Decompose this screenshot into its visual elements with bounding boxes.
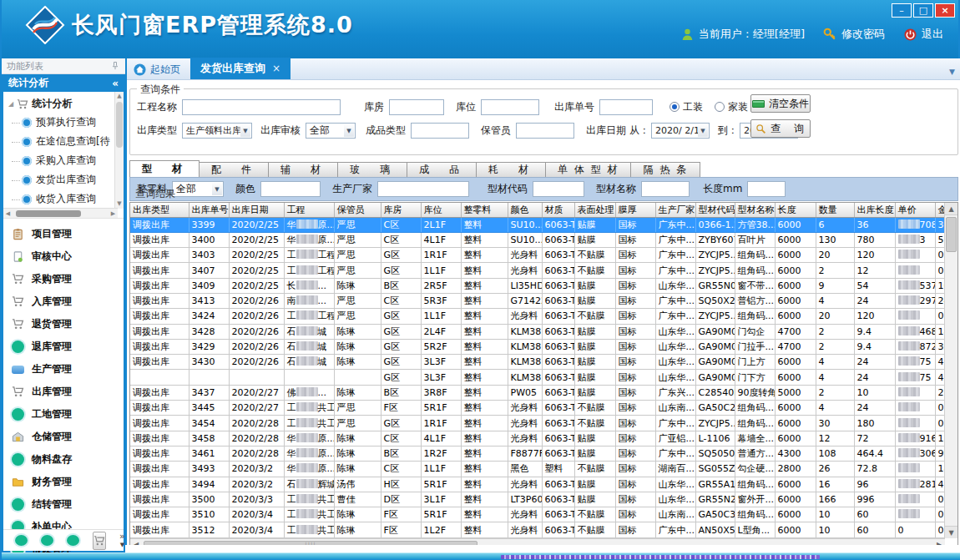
material-tab-1[interactable]: 型 材 — [129, 160, 200, 178]
color-input[interactable] — [260, 181, 321, 197]
maximize-button[interactable]: □ — [913, 3, 933, 18]
tree-root-node[interactable]: ◢ 统计分析 — [3, 92, 124, 113]
radio-gongzhuang[interactable]: 工装 — [669, 100, 703, 114]
warehouse-input[interactable] — [389, 99, 444, 115]
column-header[interactable]: 膜厚 — [615, 203, 655, 217]
tree-vertical-scrollbar[interactable]: ▲ ▼ — [114, 92, 124, 209]
project-name-input[interactable] — [182, 99, 341, 115]
sidebar-item-审核中心[interactable]: 审核中心 — [3, 245, 124, 268]
sidebar-item-退库管理[interactable]: 退库管理 — [3, 335, 124, 358]
length-input[interactable] — [747, 181, 786, 197]
column-header[interactable]: 出库日期 — [229, 203, 284, 217]
sidebar-item-生产管理[interactable]: 生产管理 — [3, 358, 124, 381]
keeper-input[interactable] — [516, 123, 574, 139]
tab-overflow-icon[interactable]: ▼ — [949, 68, 960, 79]
table-row[interactable]: 调拨出库34242020/2/26工工程严思G区1L1F整料光身料6063-T5… — [130, 309, 948, 324]
column-header[interactable]: 整零料 — [461, 203, 508, 217]
module-dot-icon[interactable] — [15, 535, 28, 546]
out-type-select[interactable]: 生产领料出库▼ — [182, 123, 252, 139]
module-dot-icon[interactable] — [67, 535, 79, 546]
collapse-icon[interactable]: « — [112, 78, 119, 89]
column-header[interactable]: 表面处理 — [574, 203, 615, 217]
table-row[interactable]: 调拨出库34542020/2/28工共工程严思G区1R1F整料光身料6063-T… — [130, 416, 948, 431]
column-header[interactable]: 型材名称 — [735, 203, 775, 217]
tree-expander-icon[interactable]: ◢ — [8, 100, 13, 108]
table-row[interactable]: 调拨出库34032020/2/25工工程严思G区1R1F整料光身料6063-T5… — [130, 248, 948, 263]
order-no-input[interactable] — [599, 99, 653, 115]
table-vertical-scrollbar[interactable]: ▲ ▼ — [944, 203, 957, 538]
material-tab-7[interactable]: 单 体 型 材 — [546, 162, 631, 178]
module-dot-icon[interactable] — [41, 535, 53, 546]
sidebar-item-工地管理[interactable]: 工地管理 — [3, 403, 124, 426]
audit-select[interactable]: 全部▼ — [306, 123, 356, 139]
close-button[interactable]: × — [935, 3, 955, 18]
table-row[interactable]: 调拨出库34072020/2/25工工程严思G区1L1F整料光身料6063-T5… — [130, 263, 948, 278]
column-header[interactable]: 工程 — [284, 203, 334, 217]
table-row[interactable]: G区3L3F整料KLM38176063-T5贴膜国标山东华...GA90M09.… — [130, 370, 948, 385]
table-vscroll-thumb[interactable] — [946, 217, 957, 252]
table-row[interactable]: 调拨出库35102020/3/4工共工程陈琳F区5R1F整料光身料6063-T5… — [130, 507, 948, 522]
table-row[interactable]: 调拨出库34372020/2/27佛...陈琳B区3R8F整料PW056063-… — [130, 385, 948, 400]
tree-item[interactable]: 采购入库查询 — [3, 151, 124, 170]
column-header[interactable]: 出库单号 — [189, 203, 229, 217]
table-row[interactable]: 调拨出库34582020/2/28华原...陈琳C区4L1F整料光身料6063-… — [130, 431, 948, 446]
tree-item[interactable]: 收货入库查询 — [3, 189, 124, 209]
profile-name-input[interactable] — [641, 181, 690, 197]
sidebar-item-项目管理[interactable]: 项目管理 — [3, 223, 124, 245]
tree-item[interactable]: 发货出库查询 — [3, 170, 124, 189]
scroll-right-icon[interactable]: ▶ — [109, 210, 118, 217]
column-header[interactable]: 生产厂家 — [655, 203, 695, 217]
scroll-down-icon[interactable]: ▼ — [945, 526, 957, 538]
material-tab-4[interactable]: 玻 璃 — [338, 162, 407, 178]
sidebar-item-采购管理[interactable]: 采购管理 — [3, 268, 124, 290]
column-header[interactable]: 库房 — [381, 203, 421, 217]
table-row[interactable]: 调拨出库35002020/3/3工共工程曹佳D区3L1F整料LT3P606063… — [130, 492, 948, 507]
table-row[interactable]: 调拨出库33992020/2/25华原...严思C区2L1F整料SU10...6… — [130, 217, 948, 232]
overflow-chevron[interactable]: »▼ — [119, 532, 125, 549]
change-password-button[interactable]: 修改密码 — [823, 27, 885, 42]
search-button[interactable]: 查 询 — [750, 119, 811, 138]
table-row[interactable]: 调拨出库34282020/2/26石城陈琳G区2L4F整料KLM38176063… — [130, 324, 948, 339]
table-row[interactable]: 调拨出库34612020/2/28华原...陈琳B区1R2F整料F8877FT6… — [130, 446, 948, 461]
column-header[interactable]: 颜色 — [508, 203, 542, 217]
sidebar-item-财务管理[interactable]: 财务管理 — [3, 471, 124, 493]
tab-shipment-query[interactable]: 发货出库查询 × — [190, 58, 291, 79]
tree-hscroll-thumb[interactable] — [16, 210, 81, 217]
column-header[interactable]: 数量 — [816, 203, 854, 217]
radio-jiazhuang-icon[interactable] — [715, 102, 725, 112]
table-row[interactable]: 调拨出库34452020/2/27工共工程严思F区5R1F整料光身料6063-T… — [130, 401, 948, 416]
material-tab-5[interactable]: 成 品 — [407, 162, 477, 178]
scroll-left-icon[interactable]: ◀ — [3, 210, 13, 217]
sidebar-item-仓储管理[interactable]: 仓储管理 — [3, 426, 124, 448]
column-header[interactable]: 材质 — [542, 203, 574, 217]
sidebar-item-出库管理[interactable]: 出库管理 — [3, 381, 124, 403]
date-from-picker[interactable]: 2020/ 2/16▼ — [651, 123, 710, 139]
sidebar-item-入库管理[interactable]: 入库管理 — [3, 290, 124, 313]
scroll-up-icon[interactable]: ▲ — [945, 203, 957, 215]
column-header[interactable]: 库位 — [421, 203, 461, 217]
scroll-up-icon[interactable]: ▲ — [115, 92, 124, 101]
table-row[interactable]: 调拨出库34292020/2/26石城陈琳G区5R2F整料KLM38176063… — [130, 339, 948, 354]
material-tab-3[interactable]: 辅 材 — [269, 162, 338, 178]
tree-item[interactable]: 预算执行查询 — [3, 113, 124, 132]
sidebar-item-物料盘存[interactable]: 物料盘存 — [3, 448, 124, 471]
table-row[interactable]: 调拨出库34302020/2/26石城陈琳G区3L3F整料KLM38176063… — [130, 355, 948, 370]
logout-button[interactable]: 退出 — [903, 27, 943, 42]
profile-code-input[interactable] — [533, 181, 584, 197]
tree-scroll-thumb[interactable] — [116, 102, 123, 148]
column-header[interactable]: 出库长度 — [854, 203, 895, 217]
column-header[interactable]: 长度 — [775, 203, 816, 217]
factory-input[interactable] — [377, 181, 469, 197]
table-row[interactable]: 调拨出库34132020/2/26南...严思C区5R3F整料G71422606… — [130, 293, 948, 308]
minimize-button[interactable]: – — [892, 3, 912, 18]
tree-item[interactable]: 在途信息查询[待 — [3, 132, 124, 151]
material-tab-8[interactable]: 隔 热 条 — [631, 162, 700, 178]
material-tab-6[interactable]: 耗 材 — [477, 162, 546, 178]
table-row[interactable]: 调拨出库34092020/2/25长...陈琳B区2R5F整料LI35HD606… — [130, 278, 948, 293]
column-header[interactable]: 单价 — [895, 203, 935, 217]
tab-home[interactable]: 起始页 — [127, 59, 190, 79]
material-tab-2[interactable]: 配 件 — [200, 162, 269, 178]
radio-gongzhuang-icon[interactable] — [669, 102, 680, 112]
sidebar-item-退货管理[interactable]: 退货管理 — [3, 313, 124, 335]
table-row[interactable]: 调拨出库35122020/3/4工共工程陈琳F区1L2F整料光身料6063-T5… — [130, 522, 948, 537]
